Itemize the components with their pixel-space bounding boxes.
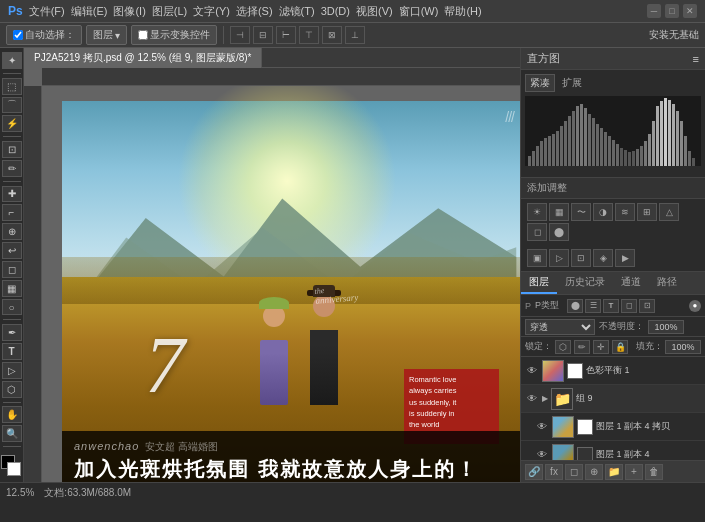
add-mask-btn[interactable]: ◻ bbox=[565, 464, 583, 480]
menu-item[interactable]: 文字(Y) bbox=[193, 4, 230, 19]
posterize-adj-icon[interactable]: ◈ bbox=[593, 249, 613, 267]
bw-adj-icon[interactable]: ◻ bbox=[527, 223, 547, 241]
blend-mode-select[interactable]: 穿透 bbox=[525, 319, 595, 335]
canvas-scroll[interactable]: 7 the anniversary Romantic lovealways ca… bbox=[42, 86, 520, 482]
auto-select-checkbox[interactable]: 自动选择： bbox=[6, 25, 82, 45]
menu-item[interactable]: 帮助(H) bbox=[444, 4, 481, 19]
zoom-tool[interactable]: 🔍 bbox=[2, 425, 22, 442]
auto-select-check[interactable] bbox=[13, 30, 23, 40]
toolbar-icons: ⊣ ⊟ ⊢ ⊤ ⊠ ⊥ bbox=[230, 26, 645, 44]
brightness-adj-icon[interactable]: ☀ bbox=[527, 203, 547, 221]
align-right-icon[interactable]: ⊢ bbox=[276, 26, 296, 44]
opacity-input[interactable] bbox=[648, 320, 684, 334]
delete-layer-btn[interactable]: 🗑 bbox=[645, 464, 663, 480]
lasso-tool[interactable]: ⌒ bbox=[2, 97, 22, 114]
clone-tool[interactable]: ⊕ bbox=[2, 223, 22, 240]
exposure-adj-icon[interactable]: ◑ bbox=[593, 203, 613, 221]
align-center-v-icon[interactable]: ⊠ bbox=[322, 26, 342, 44]
history-brush-tool[interactable]: ↩ bbox=[2, 242, 22, 259]
add-adjustment-btn[interactable]: ⊕ bbox=[585, 464, 603, 480]
magic-wand-tool[interactable]: ⚡ bbox=[2, 115, 22, 132]
levels-adj-icon[interactable]: ▦ bbox=[549, 203, 569, 221]
align-left-icon[interactable]: ⊣ bbox=[230, 26, 250, 44]
eraser-tool[interactable]: ◻ bbox=[2, 261, 22, 278]
add-style-btn[interactable]: fx bbox=[545, 464, 563, 480]
layer-item-copy4-copy[interactable]: 👁 图层 1 副本 4 拷贝 bbox=[521, 413, 705, 441]
filter-pixel-icon[interactable]: ⬤ bbox=[567, 299, 583, 313]
layer-eye-icon[interactable]: 👁 bbox=[525, 393, 539, 404]
gradient-tool[interactable]: ▦ bbox=[2, 280, 22, 297]
menu-item[interactable]: 编辑(E) bbox=[71, 4, 108, 19]
tab-channels[interactable]: 通道 bbox=[613, 272, 649, 294]
filter-shape-icon[interactable]: ◻ bbox=[621, 299, 637, 313]
invert-adj-icon[interactable]: ⊡ bbox=[571, 249, 591, 267]
align-top-icon[interactable]: ⊤ bbox=[299, 26, 319, 44]
background-color[interactable] bbox=[7, 462, 21, 476]
shape-tool[interactable]: ⬡ bbox=[2, 381, 22, 398]
menu-item[interactable]: 滤镜(T) bbox=[279, 4, 315, 19]
link-layers-btn[interactable]: 🔗 bbox=[525, 464, 543, 480]
menu-item[interactable]: 3D(D) bbox=[321, 5, 350, 17]
channel-mixer-adj-icon[interactable]: ▣ bbox=[527, 249, 547, 267]
color-lookup-adj-icon[interactable]: ▷ bbox=[549, 249, 569, 267]
filter-adjust-icon[interactable]: ☰ bbox=[585, 299, 601, 313]
vibrance-adj-icon[interactable]: ≋ bbox=[615, 203, 635, 221]
menu-item[interactable]: 窗口(W) bbox=[399, 4, 439, 19]
menu-item[interactable]: 选择(S) bbox=[236, 4, 273, 19]
tab-layers[interactable]: 图层 bbox=[521, 272, 557, 294]
brush-tool[interactable]: ⌐ bbox=[2, 204, 22, 221]
hand-tool[interactable]: ✋ bbox=[2, 406, 22, 423]
filter-toggle[interactable]: ● bbox=[689, 300, 701, 312]
pen-tool[interactable]: ✒ bbox=[2, 324, 22, 341]
dodge-tool[interactable]: ○ bbox=[2, 299, 22, 316]
hist-tab-compact[interactable]: 紧凑 bbox=[525, 74, 555, 92]
layers-list[interactable]: 👁 色彩平衡 1 👁 ▶ 📁 组 9 👁 图层 1 bbox=[521, 357, 705, 460]
layer-eye-icon[interactable]: 👁 bbox=[525, 365, 539, 376]
auto-select-dropdown[interactable]: 图层 ▾ bbox=[86, 25, 127, 45]
add-group-btn[interactable]: 📁 bbox=[605, 464, 623, 480]
path-tool[interactable]: ▷ bbox=[2, 362, 22, 379]
hist-tab-expanded[interactable]: 扩展 bbox=[557, 74, 587, 92]
show-transform-btn[interactable]: 显示变换控件 bbox=[131, 25, 217, 45]
maximize-button[interactable]: □ bbox=[665, 4, 679, 18]
curves-adj-icon[interactable]: 〜 bbox=[571, 203, 591, 221]
align-center-h-icon[interactable]: ⊟ bbox=[253, 26, 273, 44]
group-arrow-icon[interactable]: ▶ bbox=[542, 394, 548, 403]
histogram-menu-icon[interactable]: ≡ bbox=[693, 53, 699, 65]
minimize-button[interactable]: ─ bbox=[647, 4, 661, 18]
hsl-adj-icon[interactable]: ⊞ bbox=[637, 203, 657, 221]
layer-item-copy4[interactable]: 👁 图层 1 副本 4 bbox=[521, 441, 705, 460]
menu-item[interactable]: 视图(V) bbox=[356, 4, 393, 19]
fill-input[interactable] bbox=[665, 340, 701, 354]
transform-check[interactable] bbox=[138, 30, 148, 40]
marquee-tool[interactable]: ⬚ bbox=[2, 78, 22, 95]
lock-all-btn[interactable]: 🔒 bbox=[612, 340, 628, 354]
menu-item[interactable]: 文件(F) bbox=[29, 4, 65, 19]
move-tool[interactable]: ✦ bbox=[2, 52, 22, 69]
align-bottom-icon[interactable]: ⊥ bbox=[345, 26, 365, 44]
filter-smart-icon[interactable]: ⊡ bbox=[639, 299, 655, 313]
tab-history[interactable]: 历史记录 bbox=[557, 272, 613, 294]
lock-paint-btn[interactable]: ✏ bbox=[574, 340, 590, 354]
filter-type-icon2[interactable]: T bbox=[603, 299, 619, 313]
close-button[interactable]: ✕ bbox=[683, 4, 697, 18]
layer-item-color-balance[interactable]: 👁 色彩平衡 1 bbox=[521, 357, 705, 385]
photo-filter-adj-icon[interactable]: ⬤ bbox=[549, 223, 569, 241]
document-tab[interactable]: PJ2A5219 拷贝.psd @ 12.5% (组 9, 图层蒙版/8)* bbox=[24, 48, 262, 68]
lock-move-btn[interactable]: ✛ bbox=[593, 340, 609, 354]
colorbalance-adj-icon[interactable]: △ bbox=[659, 203, 679, 221]
tab-paths[interactable]: 路径 bbox=[649, 272, 685, 294]
menu-item[interactable]: 图像(I) bbox=[113, 4, 145, 19]
crop-tool[interactable]: ⊡ bbox=[2, 141, 22, 158]
threshold-adj-icon[interactable]: ▶ bbox=[615, 249, 635, 267]
heal-tool[interactable]: ✚ bbox=[2, 186, 22, 203]
eyedropper-tool[interactable]: ✏ bbox=[2, 160, 22, 177]
layer-eye-icon[interactable]: 👁 bbox=[535, 449, 549, 460]
lock-transparent-btn[interactable]: ⬡ bbox=[555, 340, 571, 354]
menu-item[interactable]: 图层(L) bbox=[152, 4, 187, 19]
layer-item-group9[interactable]: 👁 ▶ 📁 组 9 bbox=[521, 385, 705, 413]
add-layer-btn[interactable]: + bbox=[625, 464, 643, 480]
layer-eye-icon[interactable]: 👁 bbox=[535, 421, 549, 432]
text-tool[interactable]: T bbox=[2, 343, 22, 360]
layer-name: 色彩平衡 1 bbox=[586, 364, 701, 377]
